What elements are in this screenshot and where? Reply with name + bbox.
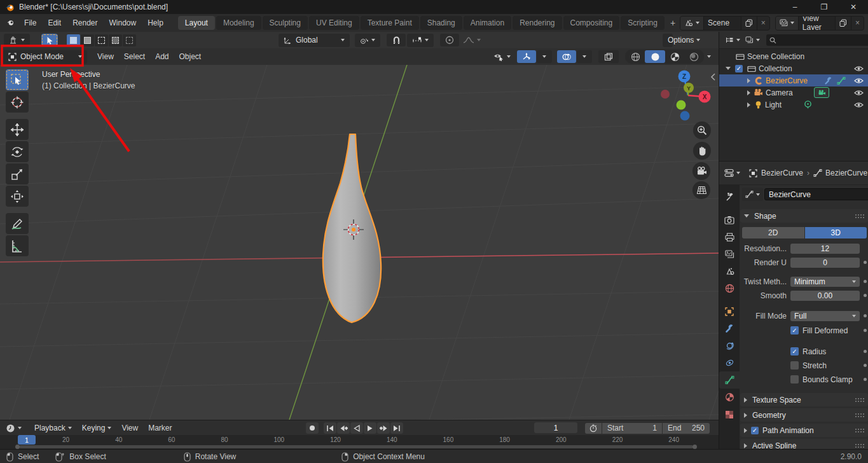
tab-modifiers[interactable] [719,320,740,337]
overlays-dropdown[interactable] [577,50,592,63]
playhead[interactable]: 1 [18,435,36,445]
expand-arrow-icon[interactable] [747,102,750,107]
view-layer-remove-button[interactable]: × [851,17,864,30]
close-button[interactable]: ✕ [839,0,868,14]
current-frame-field[interactable]: 1 [534,422,577,433]
panel-grip-dots[interactable] [855,214,857,216]
animate-dot[interactable] [864,350,867,353]
outliner-search[interactable] [766,34,868,46]
workspace-tab[interactable]: Sculpting [263,16,308,30]
proportional-falloff-dropdown[interactable] [460,34,483,46]
breadcrumb-object[interactable]: BezierCurve [761,169,803,177]
tab-physics[interactable] [719,337,740,354]
tab-view-layer[interactable] [719,245,740,263]
active-tool-indicator[interactable] [41,34,58,46]
show-overlays-toggle[interactable] [557,50,576,63]
play-reverse-button[interactable] [350,422,363,434]
dimension-2d-button[interactable]: 2D [742,227,804,238]
scene-new-button[interactable] [741,17,757,30]
resolution-field[interactable]: 12 [790,244,860,254]
view-layer-browse-button[interactable] [776,17,798,30]
snap-with-dropdown[interactable] [407,34,434,47]
zoom-button[interactable] [693,121,711,139]
scrollbar-right-handle[interactable] [692,445,697,449]
stretch-checkbox[interactable] [790,361,799,370]
workspace-tab[interactable]: UV Editing [309,16,359,30]
breadcrumb-data[interactable]: BezierCurve [825,169,867,177]
workspace-tab[interactable]: Layout [178,16,215,30]
timeline-scrollbar[interactable] [19,445,693,448]
options-dropdown[interactable]: Options [663,34,673,47]
sidebar-collapse-arrow[interactable] [710,73,716,81]
animate-dot[interactable] [864,364,867,367]
object-visibility-dropdown[interactable] [491,50,513,63]
tab-constraints[interactable] [719,354,740,371]
select-mode-invert-button[interactable] [109,34,122,46]
bezier-curve-object[interactable] [323,134,381,322]
viewport-canvas[interactable]: User Perspective (1) Collection | Bezier… [0,65,719,420]
menu-item[interactable]: Edit [42,17,67,29]
tab-object-data[interactable] [719,371,740,389]
view-layer-new-button[interactable] [835,17,851,30]
expand-arrow-icon[interactable] [747,90,750,95]
bounds-clamp-checkbox[interactable] [790,375,799,384]
panel-grip-dots[interactable] [855,413,857,415]
shape-panel-header[interactable]: Shape [740,209,868,223]
expand-arrow-icon[interactable] [747,78,750,83]
shading-rendered-button[interactable] [684,50,703,63]
workspace-tab[interactable]: Modeling [216,16,261,30]
snap-toggle[interactable] [387,34,406,46]
timeline-ruler[interactable]: 1 20406080100120140160180200220240 [0,435,719,449]
outliner-row-camera[interactable]: Camera [719,86,868,99]
jump-to-end-button[interactable] [390,422,403,434]
hide-toggle[interactable] [854,78,864,84]
maximize-button[interactable]: ❐ [809,0,839,14]
workspace-tab[interactable]: Compositing [563,16,620,30]
shading-wireframe-button[interactable] [626,50,645,63]
path-animation-checkbox[interactable] [751,427,759,434]
tab-tool[interactable] [719,188,740,205]
end-frame-field[interactable]: End250 [663,423,710,434]
radius-checkbox[interactable] [790,347,799,356]
outliner-display-mode-button[interactable] [743,34,762,47]
menu-item[interactable]: Render [67,17,103,29]
axis-neg-x[interactable] [661,90,670,99]
collapse-arrow-icon[interactable] [726,67,731,70]
geometry-panel-header[interactable]: Geometry [740,408,868,422]
animate-dot[interactable] [864,280,867,283]
editor-type-button[interactable] [4,34,30,47]
fill-mode-dropdown[interactable]: Full [790,311,860,321]
annotate-tool[interactable] [6,213,29,234]
light-data-badge[interactable] [803,100,813,109]
camera-view-button[interactable] [692,162,710,180]
toggle-projection-button[interactable] [692,181,710,199]
outliner-row-beziercurve[interactable]: BezierCurve [719,74,868,86]
shading-material-button[interactable] [665,50,684,63]
outliner-search-input[interactable] [779,36,868,45]
scale-tool[interactable] [6,163,29,184]
axis-neg-y[interactable] [677,100,686,110]
mode-selector-dropdown[interactable]: Object Mode [3,50,87,64]
workspace-tab[interactable]: Animation [464,16,511,30]
menu-item[interactable]: Help [142,17,169,29]
select-mode-intersect-button[interactable] [123,34,136,46]
panel-grip-dots[interactable] [855,429,857,430]
menu-item[interactable]: Window [103,17,142,29]
viewport-menu-item[interactable]: Add [150,50,174,63]
outliner-row-collection[interactable]: Collection [719,62,868,74]
texture-space-panel-header[interactable]: Texture Space [740,393,868,406]
select-mode-extend-button[interactable] [81,34,94,46]
smooth-field[interactable]: 0.00 [790,291,860,301]
select-mode-subtract-button[interactable] [95,34,108,46]
proportional-editing-toggle[interactable] [440,34,459,46]
scene-browse-button[interactable] [680,17,703,30]
camera-data-badge[interactable] [814,87,829,98]
viewport-menu-item[interactable]: Select [119,50,150,63]
tab-world[interactable] [719,280,740,297]
hide-toggle[interactable] [854,102,864,108]
pan-button[interactable] [693,142,711,160]
outliner-row-scene-collection[interactable]: Scene Collection [719,50,868,62]
shading-dropdown[interactable] [707,55,711,58]
render-u-field[interactable]: 0 [790,258,860,268]
viewport-menu-item[interactable]: View [92,50,119,63]
